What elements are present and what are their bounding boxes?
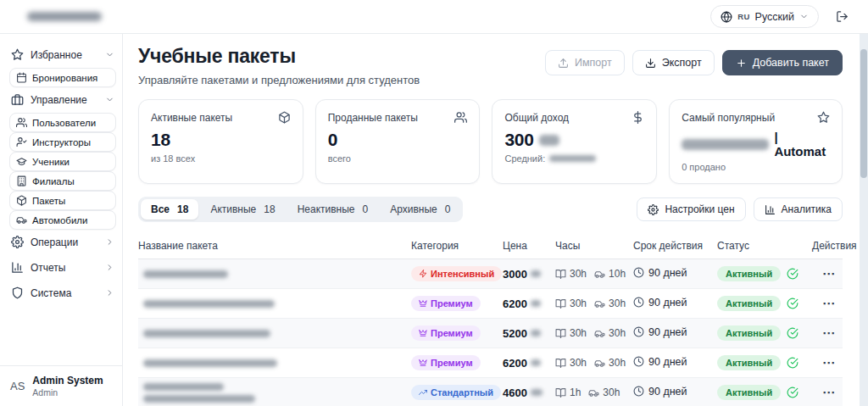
sidebar-item-button[interactable]: Управление [9, 87, 116, 112]
status-badge: Активный [717, 355, 781, 370]
tool-button[interactable]: Аналитика [754, 197, 843, 221]
lightning-icon [419, 270, 427, 278]
filter-tab[interactable]: Все 18 [141, 199, 198, 220]
clock-icon [633, 356, 644, 367]
table-tools: Настройки цен Аналитика [637, 197, 843, 221]
book-icon [555, 298, 566, 309]
clock-icon [633, 326, 644, 337]
sidebar-item-button[interactable]: Ученики [9, 152, 116, 171]
package-name-redacted [138, 270, 411, 278]
status-cell: Активный [717, 325, 812, 341]
table-row[interactable]: Стандартный 4600 1h [138, 378, 843, 406]
chevron-right-icon [105, 237, 114, 247]
crown-icon [419, 359, 427, 367]
validity-cell: 90 дней [633, 297, 687, 309]
car-icon [594, 269, 605, 280]
chevron-down-icon [799, 12, 809, 21]
sidebar-item-button[interactable]: Избранное [9, 42, 116, 67]
price-cell: 4600 [503, 387, 555, 399]
scrollbar-thumb[interactable] [860, 49, 867, 178]
package-name-redacted [138, 383, 411, 403]
sidebar-item: Пакеты [9, 191, 116, 210]
sidebar-item: Пользователи [9, 113, 116, 132]
column-header: Действия [812, 240, 857, 252]
sidebar-user[interactable]: AS Admin System Admin [0, 365, 122, 406]
sidebar-item: Отчеты [9, 255, 116, 280]
sidebar-item-button[interactable]: Бронирования [9, 68, 116, 87]
car-icon [594, 358, 605, 369]
sidebar-item-button[interactable]: Операции [9, 230, 116, 254]
row-actions-button[interactable]: ⋯ [812, 325, 843, 341]
filter-tab[interactable]: Активные 18 [200, 199, 285, 220]
redacted-currency [531, 359, 541, 366]
stat-card: Активные пакеты 18 из 18 всех [138, 99, 303, 184]
redacted-value [682, 139, 769, 150]
stat-value: 300 [504, 130, 644, 150]
header-action-button[interactable]: Импорт [545, 50, 625, 75]
price-cell: 5200 [503, 327, 555, 340]
stats-row: Активные пакеты 18 из 18 всех [138, 99, 843, 184]
sidebar-item-label: Автомобили [32, 215, 88, 225]
redacted-currency [531, 270, 541, 277]
table-row[interactable]: Интенсивный 3000 30h [138, 259, 843, 289]
chart-icon [11, 261, 24, 274]
page-title: Учебные пакеты [138, 45, 420, 68]
sidebar-item-label: Избранное [31, 49, 82, 61]
language-label: Русский [755, 11, 794, 23]
check-circle-icon [787, 268, 798, 280]
filter-tab[interactable]: Неактивные 0 [287, 199, 379, 220]
gear-icon [11, 236, 24, 248]
column-header: Срок действия [633, 240, 717, 252]
table-row[interactable]: Премиум 5200 30h [138, 319, 843, 348]
crown-icon [419, 329, 427, 337]
sidebar-item-button[interactable]: Система [9, 281, 116, 305]
check-circle-icon [787, 327, 798, 339]
stat-sub: из 18 всех [151, 153, 291, 164]
sidebar-item-button[interactable]: Автомобили [9, 210, 116, 230]
row-actions-button[interactable]: ⋯ [812, 385, 843, 400]
sidebar-item-label: Инструкторы [32, 137, 91, 147]
table-header: Название пакета Категория Цена Часы Срок… [138, 232, 843, 259]
plus-icon [736, 58, 747, 69]
sidebar-item-button[interactable]: Пакеты [9, 191, 116, 210]
sidebar: Избранное Бронирования [0, 34, 123, 406]
row-actions-button[interactable]: ⋯ [812, 266, 843, 281]
column-header: Категория [411, 240, 503, 252]
sidebar-item-button[interactable]: Отчеты [9, 255, 116, 280]
chevron-down-icon [105, 50, 114, 59]
clock-icon [633, 297, 644, 308]
filter-tab[interactable]: Архивные 0 [380, 199, 460, 220]
hours-cell: 30h 10h [555, 268, 633, 280]
table-row[interactable]: Премиум 6200 30h [138, 289, 843, 319]
row-actions-button[interactable]: ⋯ [812, 296, 843, 311]
chevron-right-icon [105, 263, 114, 272]
book-icon [555, 328, 566, 339]
car-icon [16, 214, 27, 225]
main-content: Учебные пакеты Управляйте пакетами и пре… [123, 34, 860, 406]
stat-sub: Средний: [504, 153, 644, 164]
tool-button[interactable]: Настройки цен [637, 197, 745, 221]
logout-button[interactable] [831, 6, 853, 28]
download-icon [645, 58, 656, 69]
hours-cell: 30h 30h [555, 298, 633, 309]
calendar-icon [16, 72, 27, 83]
hours-cell: 1h 30h [555, 387, 633, 398]
category-badge: Стандартный [411, 385, 501, 400]
sidebar-item-button[interactable]: Филиалы [9, 171, 116, 191]
table-row[interactable]: Премиум 6200 30h [138, 348, 843, 378]
sidebar-item-label: Ученики [32, 157, 70, 167]
package-name-redacted [138, 359, 411, 367]
language-selector[interactable]: RU Русский [710, 5, 819, 28]
category-badge: Премиум [411, 355, 481, 370]
header-action-button[interactable]: Добавить пакет [722, 50, 843, 75]
row-actions-button[interactable]: ⋯ [812, 355, 843, 370]
sidebar-item-button[interactable]: Пользователи [9, 113, 116, 132]
car-icon [594, 328, 605, 339]
book-icon [555, 358, 566, 369]
sidebar-item-label: Филиалы [32, 176, 75, 186]
clock-icon [633, 267, 644, 278]
header-action-button[interactable]: Экспорт [632, 50, 715, 75]
stat-value: 0 [328, 130, 468, 150]
sidebar-item-button[interactable]: Инструкторы [9, 132, 116, 152]
redacted-value [539, 135, 559, 146]
